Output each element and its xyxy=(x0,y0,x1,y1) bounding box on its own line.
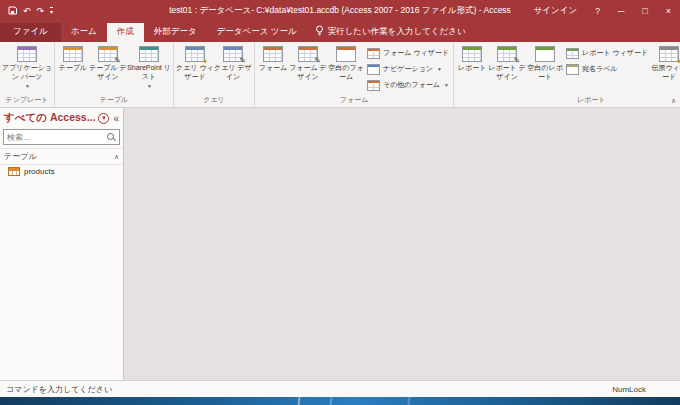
query-design-icon: ✎ xyxy=(223,46,243,62)
access-window: ↶ ↷ ▾ test01 : データベース- C:¥data¥test01.ac… xyxy=(0,0,680,405)
pencil-icon: ✎ xyxy=(114,57,121,65)
button-label: クエリ ウィザード xyxy=(176,64,214,82)
labels-icon xyxy=(566,64,579,75)
table-button[interactable]: テーブル xyxy=(57,43,89,94)
button-label: フォーム ウィザード xyxy=(383,48,449,58)
tell-me-box[interactable]: 実行したい作業を入力してください xyxy=(307,22,474,42)
pencil-icon: ✎ xyxy=(239,57,246,65)
report-design-button[interactable]: ✎ レポート デザイン xyxy=(488,43,526,94)
blank-report-icon xyxy=(535,46,555,62)
invoice-wizard-button[interactable]: ✦ 伝票ウィザード xyxy=(650,43,680,94)
dropdown-icon: ▼ xyxy=(25,83,30,89)
button-label: フォーム デザイン xyxy=(289,64,327,82)
navigation-button[interactable]: ナビゲーション ▼ xyxy=(365,62,451,76)
search-input[interactable] xyxy=(7,133,106,142)
blank-form-button[interactable]: 空白のフォーム xyxy=(327,43,365,94)
button-label: レポート xyxy=(458,64,487,73)
help-button[interactable]: ? xyxy=(586,0,609,22)
button-label: レポート ウィザード xyxy=(582,48,648,58)
search-box xyxy=(3,129,120,145)
pencil-icon: ✎ xyxy=(513,57,520,65)
report-wizard-icon xyxy=(566,48,579,59)
desktop-background xyxy=(0,397,680,405)
titlebar: ↶ ↷ ▾ test01 : データベース- C:¥data¥test01.ac… xyxy=(0,0,680,22)
main-area: すべての Access... ▼ « テーブル ∧ products xyxy=(0,108,680,380)
pencil-icon: ✎ xyxy=(314,57,321,65)
button-label: テーブル xyxy=(59,64,88,73)
report-button[interactable]: レポート xyxy=(456,43,488,94)
button-label: ナビゲーション xyxy=(383,64,433,74)
search-icon[interactable] xyxy=(106,132,116,142)
table-object-icon xyxy=(8,167,20,176)
button-label: 伝票ウィザード xyxy=(650,64,680,82)
button-label: 宛名ラベル xyxy=(582,64,618,74)
group-label: テーブル xyxy=(57,94,171,107)
group-label: レポート xyxy=(456,94,680,107)
nav-item-label: products xyxy=(24,167,55,176)
wallpaper-beam xyxy=(297,397,300,405)
blank-report-button[interactable]: 空白のレポート xyxy=(526,43,564,94)
customize-qat-icon[interactable]: ▾ xyxy=(50,7,53,15)
close-button[interactable]: × xyxy=(657,0,680,22)
nav-pane-menu-icon[interactable]: ▼ xyxy=(98,113,109,124)
status-bar: コマンドを入力してください NumLock xyxy=(0,380,680,397)
ribbon-group-forms: フォーム ✎ フォーム デザイン 空白のフォーム フォーム ウィザード xyxy=(255,42,454,107)
report-design-icon: ✎ xyxy=(497,46,517,62)
application-parts-button[interactable]: アプリケーション パーツ ▼ xyxy=(2,43,52,94)
nav-pane-title[interactable]: すべての Access... ▼ « xyxy=(0,108,123,128)
nav-section-tables[interactable]: テーブル ∧ xyxy=(0,148,123,165)
form-wizard-button[interactable]: フォーム ウィザード xyxy=(365,46,451,60)
group-label: テンプレート xyxy=(2,94,52,107)
table-icon xyxy=(63,46,83,62)
navigation-pane: すべての Access... ▼ « テーブル ∧ products xyxy=(0,108,124,380)
shutter-bar-close-icon[interactable]: « xyxy=(113,113,119,124)
button-label: アプリケーション パーツ xyxy=(2,64,52,82)
dropdown-icon: ▼ xyxy=(444,82,449,88)
nav-pane-title-label: すべての Access... xyxy=(4,111,95,125)
group-label: クエリ xyxy=(176,94,252,107)
more-forms-button[interactable]: その他のフォーム ▼ xyxy=(365,78,451,92)
table-design-button[interactable]: ✎ テーブル デザイン xyxy=(89,43,127,94)
undo-icon[interactable]: ↶ xyxy=(23,6,31,16)
dropdown-icon: ▼ xyxy=(437,66,442,72)
sharepoint-lists-button[interactable]: SharePoint リスト ▼ xyxy=(127,43,171,94)
save-icon[interactable] xyxy=(8,6,17,17)
redo-icon[interactable]: ↷ xyxy=(37,6,45,16)
ribbon-group-templates: アプリケーション パーツ ▼ テンプレート xyxy=(0,42,55,107)
table-design-icon: ✎ xyxy=(98,46,118,62)
section-label: テーブル xyxy=(4,151,37,162)
query-wizard-button[interactable]: ✦ クエリ ウィザード xyxy=(176,43,214,94)
maximize-button[interactable]: □ xyxy=(633,0,656,22)
chevron-up-icon: ∧ xyxy=(114,153,119,161)
query-design-button[interactable]: ✎ クエリ デザイン xyxy=(214,43,252,94)
form-icon xyxy=(263,46,283,62)
wallpaper-beam xyxy=(329,397,332,405)
application-parts-icon xyxy=(17,46,37,62)
tab-file[interactable]: ファイル xyxy=(0,23,61,42)
ribbon-group-queries: ✦ クエリ ウィザード ✎ クエリ デザイン クエリ xyxy=(174,42,255,107)
form-wizard-icon xyxy=(367,48,380,59)
lightbulb-icon xyxy=(315,25,324,38)
tab-external-data[interactable]: 外部データ xyxy=(144,23,207,42)
button-label: 空白のレポート xyxy=(526,64,564,82)
labels-button[interactable]: 宛名ラベル xyxy=(564,62,650,76)
collapse-ribbon-icon[interactable]: ∧ xyxy=(671,97,676,105)
minimize-button[interactable]: ─ xyxy=(609,0,633,22)
form-button[interactable]: フォーム xyxy=(257,43,289,94)
wizard-icon: ✦ xyxy=(202,58,208,65)
group-label: フォーム xyxy=(257,94,451,107)
sign-in-button[interactable]: サインイン xyxy=(525,0,587,22)
workspace xyxy=(124,108,680,380)
tell-me-label: 実行したい作業を入力してください xyxy=(328,26,466,38)
more-forms-icon xyxy=(367,80,380,91)
ribbon-group-tables: テーブル ✎ テーブル デザイン SharePoint リスト ▼ テーブル xyxy=(55,42,174,107)
ribbon-group-reports: レポート ✎ レポート デザイン 空白のレポート レポート ウィザード xyxy=(454,42,680,107)
nav-item-products[interactable]: products xyxy=(0,165,123,178)
tab-create[interactable]: 作成 xyxy=(107,23,144,42)
form-design-button[interactable]: ✎ フォーム デザイン xyxy=(289,43,327,94)
report-wizard-button[interactable]: レポート ウィザード xyxy=(564,46,650,60)
tab-database-tools[interactable]: データベース ツール xyxy=(207,23,307,42)
tab-home[interactable]: ホーム xyxy=(61,23,107,42)
wizard-icon: ✦ xyxy=(676,58,680,65)
report-icon xyxy=(462,46,482,62)
